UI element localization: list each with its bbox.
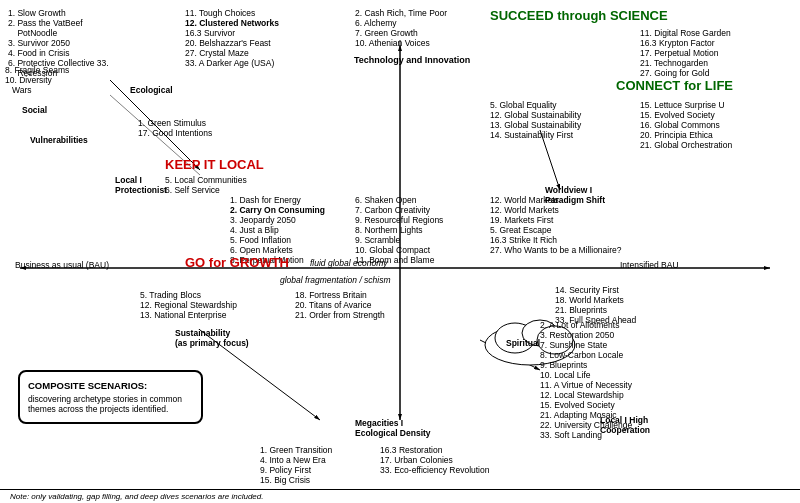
intensified-bau-label: Intensified BAU <box>620 260 679 270</box>
composite-text: discovering archetype stories in common … <box>28 394 193 414</box>
bottom-mid-list-left: 1. Green Transition 4. Into a New Era 9.… <box>260 445 332 485</box>
green-stimulus-label: 1. Green Stimulus 17. Good Intentions <box>138 118 212 138</box>
local-protectionist-label: Local IProtectionist <box>115 175 167 195</box>
global-fragmentation-label: global fragmentation / schism <box>280 275 391 285</box>
bottom-right-list: 2. A Lot of Allotments 3. Restoration 20… <box>540 320 632 440</box>
succeed-through-science-label: SUCCEED through SCIENCE <box>490 8 668 23</box>
connect-list-left: 5. Global Equality 12. Global Sustainabi… <box>490 100 581 140</box>
business-as-usual-label: Business as usual (BAU) <box>15 260 109 270</box>
technology-innovation-label: Technology and Innovation <box>354 55 470 65</box>
fluid-global-economy-label: fluid global economy <box>310 258 388 268</box>
go-growth-list-left: 5. Trading Blocs 12. Regional Stewardshi… <box>140 290 237 320</box>
bottom-mid-list-right: 16.3 Restoration 17. Urban Colonies 33. … <box>380 445 489 475</box>
social-label: Social <box>22 105 47 115</box>
keep-it-local-label: KEEP IT LOCAL <box>165 157 264 172</box>
go-growth-list-mid: 18. Fortress Britain 20. Titans of Avari… <box>295 290 385 320</box>
megacities-label: Megacities IEcological Density <box>355 418 431 438</box>
vulnerabilities-label: Vulnerabilities <box>30 135 88 145</box>
connect-for-life-label: CONNECT for LIFE <box>616 78 733 93</box>
go-growth-list-right: 14. Security First 18. World Markets 21.… <box>555 285 636 325</box>
note-bar: Note: only validating, gap filling, and … <box>0 489 800 503</box>
keep-local-list-right1: 6. Shaken Open 7. Carbon Creativity 9. R… <box>355 195 443 265</box>
top-mid-right-list: 2. Cash Rich, Time Poor 6. Alchemy 7. Gr… <box>355 8 447 48</box>
top-right-list: 11. Digital Rose Garden 16.3 Krypton Fac… <box>640 28 731 78</box>
main-container: 1. Slow Growth 2. Pass the VatBeef PotNo… <box>0 0 800 503</box>
fragile-seams-label: 8. Fragile Seams 10. Diversity Wars <box>5 65 69 95</box>
connect-list-right: 15. Lettuce Surprise U 15. Evolved Socie… <box>640 100 732 150</box>
composite-scenarios-box: COMPOSITE SCENARIOS: discovering archety… <box>18 370 203 424</box>
composite-title: COMPOSITE SCENARIOS: <box>28 380 193 391</box>
spiritual-label: Spiritual <box>506 338 540 348</box>
ecological-label: Ecological <box>130 85 173 95</box>
sustainability-label: Sustainability(as primary focus) <box>175 328 249 348</box>
local-communities-label: 5. Local Communities 6. Self Service <box>165 175 247 195</box>
go-for-growth-label: GO for GROWTH <box>185 255 289 270</box>
keep-local-list-right2: 12. World Markets 12. World Markets 19. … <box>490 195 622 255</box>
top-mid-left-list: 11. Tough Choices 12. Clustered Networks… <box>185 8 279 68</box>
